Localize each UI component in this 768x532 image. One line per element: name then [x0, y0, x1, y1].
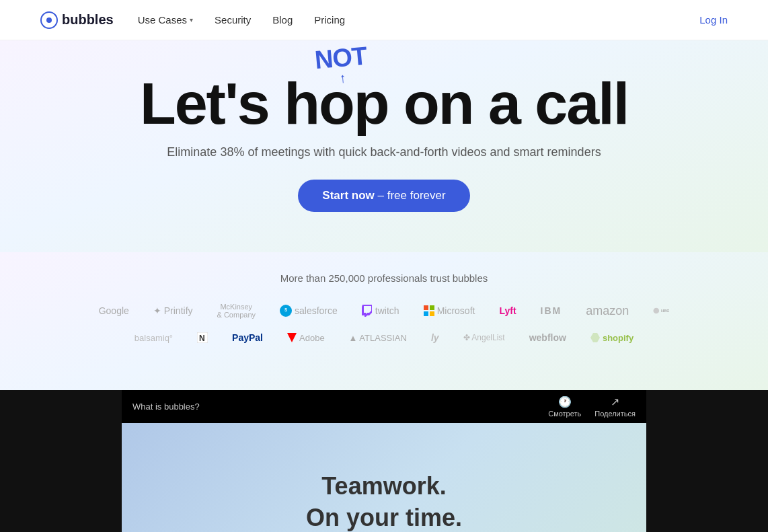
svg-rect-4	[424, 311, 428, 316]
svg-text:N: N	[199, 334, 205, 343]
chevron-down-icon: ▾	[190, 16, 193, 24]
share-icon: ↗	[611, 395, 619, 408]
svg-rect-3	[430, 305, 434, 310]
hero-subtext: Eliminate 38% of meetings with quick bac…	[40, 145, 728, 159]
nav-blog[interactable]: Blog	[272, 14, 293, 26]
logo-paypal: PayPal	[232, 332, 263, 343]
trust-label: More than 250,000 professionals trust bu…	[40, 272, 728, 284]
hero-headline: Let's hop on a call	[140, 74, 628, 133]
logo-hbo: HBO	[653, 306, 669, 315]
navbar: bubbles Use Cases ▾ Security Blog Pricin…	[0, 0, 768, 40]
logo-amazon: amazon	[586, 304, 629, 318]
logo-ly: ly	[431, 332, 439, 343]
svg-text:S: S	[284, 307, 287, 312]
video-top-bar: What is bubbles? 🕐 Смотреть ↗ Поделиться	[122, 390, 646, 423]
logo-webflow: webflow	[529, 332, 566, 343]
logo-angellist: ✤ AngelList	[463, 333, 505, 342]
headline-wrap: NOT Let's hop on a call	[140, 74, 628, 133]
logos-row-1: Google ✦ Printify McKinsey& Company S sa…	[40, 303, 728, 319]
logo-twitch: twitch	[362, 305, 399, 317]
login-link[interactable]: Log In	[699, 14, 728, 26]
nav-pricing[interactable]: Pricing	[314, 14, 345, 26]
logo-icon	[40, 11, 58, 29]
cta-button[interactable]: Start now – free forever	[298, 180, 469, 212]
hero-section: NOT Let's hop on a call Eliminate 38% of…	[0, 40, 768, 252]
logo-balsamiq: balsamiq°	[135, 333, 173, 343]
logo-salesforce: S salesforce	[280, 305, 338, 317]
logo-adobe: Adobe	[287, 333, 325, 343]
logo-microsoft: Microsoft	[424, 305, 475, 316]
svg-text:HBO: HBO	[661, 309, 669, 313]
svg-point-6	[654, 308, 660, 314]
svg-rect-5	[430, 311, 434, 316]
nav-security[interactable]: Security	[215, 14, 251, 26]
svg-marker-11	[590, 333, 600, 342]
video-section: What is bubbles? 🕐 Смотреть ↗ Поделиться…	[0, 390, 768, 532]
trust-section: More than 250,000 professionals trust bu…	[0, 252, 768, 390]
logo-google: Google	[99, 305, 129, 316]
logo-text: bubbles	[62, 12, 114, 28]
logo-lyft: Lyft	[499, 305, 516, 316]
svg-marker-10	[287, 333, 297, 342]
logo-atlassian: ▲ ATLASSIAN	[349, 333, 407, 343]
video-title: Teamwork. On your time.	[306, 471, 462, 532]
svg-rect-2	[424, 305, 428, 310]
video-container: What is bubbles? 🕐 Смотреть ↗ Поделиться…	[122, 390, 646, 532]
share-button[interactable]: ↗ Поделиться	[594, 395, 636, 418]
logo-printify: ✦ Printify	[153, 305, 193, 316]
logo[interactable]: bubbles	[40, 11, 114, 29]
logo-shopify: shopify	[590, 333, 633, 343]
clock-icon: 🕐	[558, 395, 572, 408]
nav-links: Use Cases ▾ Security Blog Pricing	[138, 14, 700, 26]
video-inner: Teamwork. On your time. Fernando Respond…	[122, 423, 646, 532]
video-actions: 🕐 Смотреть ↗ Поделиться	[548, 395, 636, 418]
logos-row-2: balsamiq° N PayPal Adobe ▲ ATLASSIAN ly …	[40, 332, 728, 343]
logo-notion: N	[197, 332, 208, 343]
video-label: What is bubbles?	[132, 402, 200, 412]
logo-ibm: IBM	[541, 305, 562, 316]
logo-mckinsey: McKinsey& Company	[217, 303, 256, 319]
nav-use-cases[interactable]: Use Cases ▾	[138, 14, 193, 26]
watch-later-button[interactable]: 🕐 Смотреть	[548, 395, 581, 418]
